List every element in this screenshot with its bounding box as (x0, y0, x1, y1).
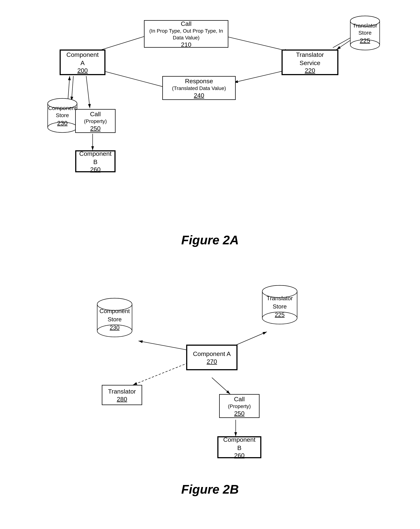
svg-line-4 (234, 70, 289, 82)
component-b-260-box-2a: Component B 260 (75, 150, 116, 172)
response-240-box: Response (Translated Data Value) 240 (162, 76, 236, 100)
component-store-230-cylinder-2a: ComponentStore 230 (47, 97, 78, 134)
figure-2b: ComponentStore 230 TranslatorStore 225 C… (36, 260, 384, 495)
svg-line-8 (86, 76, 90, 108)
svg-line-25 (212, 378, 230, 394)
figure-2b-label: Figure 2B (36, 482, 384, 496)
translator-store-225-cylinder-2b: TranslatorStore 225 (261, 284, 298, 324)
call-250-box-2a: Call (Property) 250 (75, 109, 116, 133)
call-250-box-2b: Call (Property) 250 (219, 394, 259, 418)
figure-2a: Call (In Prop Type, Out Prop Type, In Da… (36, 11, 384, 246)
svg-line-22 (138, 341, 188, 350)
translator-280-box: Translator 280 (102, 385, 142, 405)
component-a-200-box: Component A 200 (60, 50, 106, 75)
translator-store-225-cylinder: Translator Store 225 (349, 15, 380, 51)
component-a-270-box: Component A 270 (186, 344, 238, 370)
figure-2a-label: Figure 2A (36, 233, 384, 247)
svg-line-0 (96, 35, 149, 51)
component-store-230-cylinder-2b: ComponentStore 230 (96, 297, 133, 337)
svg-line-5 (98, 70, 168, 88)
svg-line-24 (133, 363, 188, 385)
svg-line-1 (219, 35, 289, 51)
translator-service-220-box: Translator Service 220 (282, 50, 339, 75)
component-b-260-box-2b: Component B 260 (217, 436, 261, 458)
call-210-box: Call (In Prop Type, Out Prop Type, In Da… (144, 20, 228, 48)
